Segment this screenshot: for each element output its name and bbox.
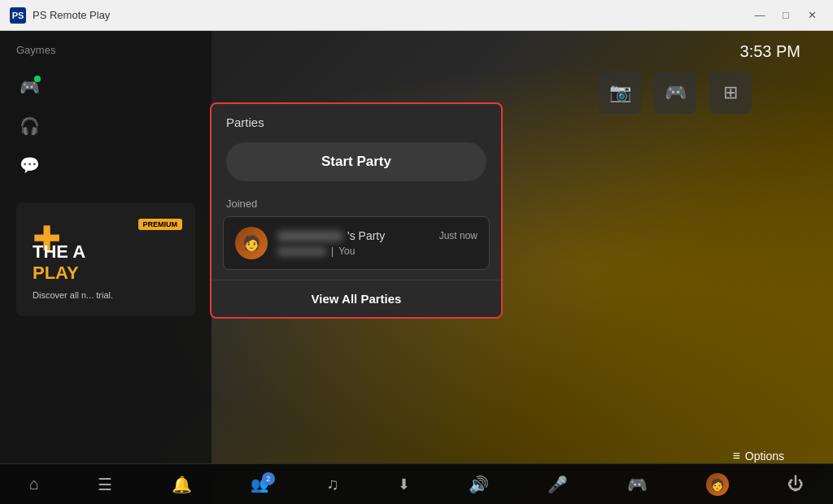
window-controls: — □ ✕ [748,7,823,24]
bottom-nav-bar: ⌂ ☰ 🔔 👥 2 ♫ ⬇ 🔊 🎤 🎮 🧑 [0,463,833,504]
party-name-row: 's Party Just now [277,229,478,242]
window-title: PS Remote Play [33,9,742,21]
sidebar-item-headset[interactable]: 🎧 [0,108,212,144]
maximize-button[interactable]: □ [774,7,797,24]
view-all-parties-button[interactable]: View All Parties [212,280,501,317]
volume-nav-icon: 🔊 [469,475,489,494]
start-party-button[interactable]: Start Party [226,142,486,181]
library-nav-icon: ☰ [98,475,112,494]
options-bar: ≡ Options [732,449,784,463]
online-dot [34,76,41,82]
profile-nav-item[interactable]: 🧑 [700,470,735,499]
party-avatar: 🧑 [235,227,268,259]
options-label: Options [745,450,784,463]
party-panel: Parties Start Party Joined 🧑 's Party Ju… [210,102,503,319]
download-nav-icon: ⬇ [398,476,410,493]
party-sub-row: | You [277,245,478,257]
mic-nav-icon: 🎤 [547,475,568,494]
library-nav-item[interactable]: ☰ [91,471,119,497]
party-list-item[interactable]: 🧑 's Party Just now | You [223,216,490,270]
sidebar-label: Gaymes [0,31,212,56]
profile-avatar: 🧑 [706,473,729,496]
music-nav-item[interactable]: ♫ [321,471,346,497]
party-timestamp: Just now [439,230,478,241]
controller-nav-item[interactable]: 🎮 [621,471,654,497]
app-icon: PS [10,7,26,24]
background-icons: 📷 🎮 ⊞ [599,72,752,114]
screenshot-bg-icon: 📷 [599,72,641,114]
party-panel-header: Parties [212,104,501,136]
mic-nav-item[interactable]: 🎤 [541,471,574,497]
party-badge: 2 [262,472,275,485]
power-nav-icon: ⏻ [787,475,804,493]
party-name-suffix: 's Party [347,229,385,242]
sidebar-nav: 🎮 🎧 💬 [0,56,212,196]
sidebar-item-chat[interactable]: 💬 [0,147,212,183]
options-icon: ≡ [732,449,739,463]
music-nav-icon: ♫ [327,475,339,493]
chat-sidebar-icon: 💬 [20,156,40,174]
ps-plus-title: THE A PLAY [33,241,85,284]
notifications-nav-item[interactable]: 🔔 [165,471,198,497]
notifications-nav-icon: 🔔 [172,475,192,494]
ps-plus-card[interactable]: ✚ PREMIUM THE A PLAY Discover all n... t… [16,202,195,316]
joined-label: Joined [212,194,501,216]
minimize-button[interactable]: — [748,7,771,24]
download-nav-item[interactable]: ⬇ [391,472,416,497]
grid-bg-icon: ⊞ [709,72,752,114]
ps-plus-description: Discover all n... trial. [33,290,113,300]
party-sub-you-label: You [338,245,355,257]
ps-plus-badge: PREMIUM [138,219,183,230]
headset-sidebar-icon: 🎧 [20,117,40,135]
volume-nav-item[interactable]: 🔊 [462,471,495,497]
power-nav-item[interactable]: ⏻ [781,471,810,497]
close-button[interactable]: ✕ [800,7,823,24]
window-chrome: PS PS Remote Play — □ ✕ [0,0,833,31]
party-sub-separator: | [331,245,334,257]
controller-nav-icon: 🎮 [627,475,648,494]
main-content: 3:53 PM 📷 🎮 ⊞ Gaymes 🎮 🎧 💬 [0,31,833,504]
home-nav-item[interactable]: ⌂ [23,471,46,497]
party-info: 's Party Just now | You [277,229,478,257]
sidebar-item-controller[interactable]: 🎮 [0,69,212,105]
sidebar: Gaymes 🎮 🎧 💬 ✚ PREMIUM THE A PLAY [0,31,212,504]
home-nav-icon: ⌂ [29,475,39,493]
profile-avatar-icon: 🧑 [710,478,724,491]
gamepad-bg-icon: 🎮 [654,72,696,114]
party-nav-item[interactable]: 👥 2 [244,472,275,497]
party-name-blur [277,231,342,241]
clock-display: 3:53 PM [740,42,800,61]
party-sub-blur [277,247,326,256]
